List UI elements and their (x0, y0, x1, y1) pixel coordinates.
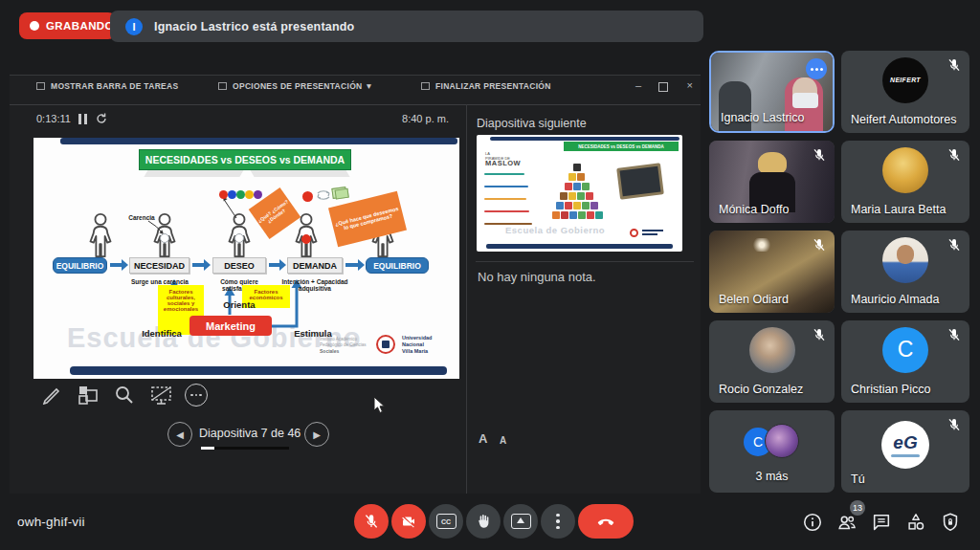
deseo-marker (234, 233, 244, 243)
minimize-button[interactable]: – (635, 80, 641, 91)
thumb-logo-icon (630, 229, 638, 237)
maslow-pyramid-row (556, 202, 598, 209)
participant-tile-overflow[interactable]: C 3 más (709, 410, 835, 493)
avatar (882, 147, 928, 193)
host-controls-button[interactable] (940, 512, 961, 533)
thumb-label-line (484, 173, 524, 175)
chat-button[interactable] (871, 512, 892, 533)
participant-tile[interactable]: Mauricio Almada (841, 231, 969, 313)
mic-off-icon (947, 327, 962, 342)
desire-dot (254, 190, 262, 199)
end-presentation-button[interactable]: FINALIZAR PRESENTACIÓN (421, 81, 551, 91)
font-decrease-button[interactable]: A (500, 435, 506, 446)
camera-off-icon (400, 513, 417, 530)
participant-tile[interactable]: Rocio Gonzalez (709, 320, 835, 403)
camera-off-button[interactable] (391, 504, 426, 539)
thumb-label-line (484, 210, 529, 212)
exchange-arrows-icon (316, 189, 331, 201)
presenter-avatar: I (125, 18, 143, 35)
next-slide-header: Diapositiva siguiente (477, 117, 587, 130)
raise-hand-button[interactable] (466, 504, 501, 539)
mic-off-icon (812, 327, 827, 342)
money-icon (331, 187, 346, 199)
carencia-label: Carencia (122, 214, 162, 221)
participant-tile[interactable]: Maria Laura Betta (841, 141, 969, 223)
pause-timer-button[interactable] (78, 114, 87, 124)
avatar-logo-text: NEIFERT (890, 77, 921, 83)
participant-tile-self[interactable]: eG Tú (841, 410, 969, 493)
flow-box-demanda: DEMANDA (287, 257, 343, 274)
demanda-marker (301, 234, 311, 244)
thumb-banner: NECESIDADES vs DESEOS vs DEMANDA (564, 142, 679, 151)
powerpoint-presenter-window: MOSTRAR BARRA DE TAREAS OPCIONES DE PRES… (10, 75, 701, 494)
close-button[interactable]: × (687, 80, 693, 91)
face (897, 245, 914, 264)
avatar (749, 327, 795, 373)
thumb-bottom-bar (486, 244, 673, 249)
participant-tile[interactable]: Ignacio Lastrico (709, 51, 835, 133)
presentation-options-button[interactable]: OPCIONES DE PRESENTACIÓN ▼ (218, 81, 373, 91)
maslow-pyramid-row (568, 173, 585, 181)
logo-wave (891, 454, 920, 457)
sub-label-necesidad: Surge una carencia (116, 278, 204, 285)
ppt-toolbar: MOSTRAR BARRA DE TAREAS OPCIONES DE PRES… (10, 76, 701, 105)
participant-name: Maria Laura Betta (851, 203, 946, 216)
more-options-icon (556, 514, 560, 530)
avatar: eG (881, 421, 929, 469)
face-mask (792, 93, 818, 108)
participant-tile[interactable]: C Christian Picco (841, 320, 969, 403)
magnifier-icon[interactable] (113, 384, 136, 407)
meeting-code: owh-ghif-vii (17, 515, 85, 529)
meet-window: GRABANDO I Ignacio Lastrico está present… (0, 0, 980, 550)
chosen-desire-dot (302, 191, 313, 202)
participant-tile[interactable]: Belen Odiard (709, 231, 835, 313)
participant-name: Christian Picco (851, 383, 930, 396)
next-slide-button[interactable]: ▶ (304, 422, 329, 447)
end-presentation-icon (421, 82, 430, 90)
more-tools-icon[interactable] (185, 384, 208, 407)
maslow-pyramid-row (560, 192, 593, 200)
participant-name: Ignacio Lastrico (721, 111, 805, 124)
slide-sorter-icon[interactable] (77, 384, 100, 407)
mic-off-icon (947, 237, 962, 253)
leave-call-button[interactable] (578, 504, 634, 539)
mic-mute-button[interactable] (354, 504, 389, 539)
avatar (765, 424, 799, 458)
present-screen-button[interactable] (503, 504, 538, 539)
chandelier (751, 238, 772, 252)
mic-off-icon (363, 513, 380, 530)
flow-box-equilibrio-1: EQUILIBRIO (53, 257, 107, 274)
thumb-label-line (484, 186, 528, 187)
slide-position: Diapositiva 7 de 46 (199, 427, 301, 440)
more-options-button[interactable] (541, 504, 575, 539)
hang-up-icon (595, 511, 616, 532)
thumb-title: LA PIRÁMIDE DE MASLOW (485, 151, 521, 166)
restart-timer-button[interactable] (96, 113, 107, 124)
meeting-details-button[interactable] (802, 512, 823, 533)
university-name: Universidad Nacional Villa María (402, 335, 432, 355)
recording-label: GRABANDO (46, 20, 114, 32)
captions-button[interactable]: CC (429, 504, 463, 539)
avatar-initial: C (753, 434, 763, 450)
black-screen-icon[interactable] (149, 384, 174, 407)
previous-slide-button[interactable]: ◀ (167, 422, 192, 447)
tile-menu-button[interactable] (806, 58, 827, 79)
thumb-logo-text (642, 233, 657, 235)
desire-dot (228, 190, 236, 199)
thumb-label-line (484, 198, 526, 200)
show-taskbar-button[interactable]: MOSTRAR BARRA DE TAREAS (36, 81, 178, 91)
font-increase-button[interactable]: A (479, 431, 487, 446)
avatar (882, 237, 928, 283)
mouse-cursor (373, 396, 387, 415)
participant-tile[interactable]: Mónica Doffo (709, 141, 835, 223)
activities-button[interactable] (905, 512, 926, 533)
participant-tile[interactable]: NEIFERT Neifert Automotores (841, 51, 969, 133)
notes-empty-text: No hay ninguna nota. (478, 270, 596, 284)
thumb-watermark: Escuela de Gobierno (505, 225, 605, 235)
restore-button[interactable] (658, 82, 668, 92)
flow-box-deseo: DESEO (212, 257, 266, 274)
present-screen-icon (511, 514, 531, 529)
taskbar-icon (36, 82, 45, 90)
avatar-logo-text: eG (893, 432, 917, 453)
pen-tool-icon[interactable] (41, 384, 62, 405)
